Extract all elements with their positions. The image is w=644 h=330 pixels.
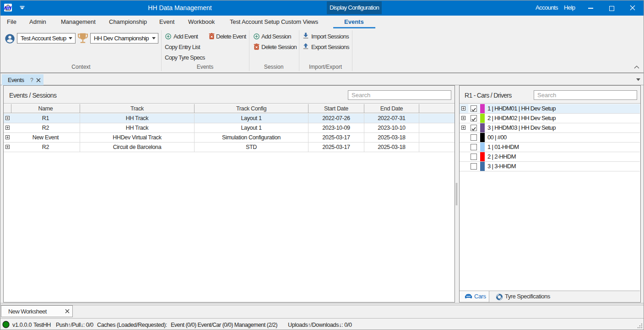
svg-text:HH: HH	[4, 6, 12, 11]
